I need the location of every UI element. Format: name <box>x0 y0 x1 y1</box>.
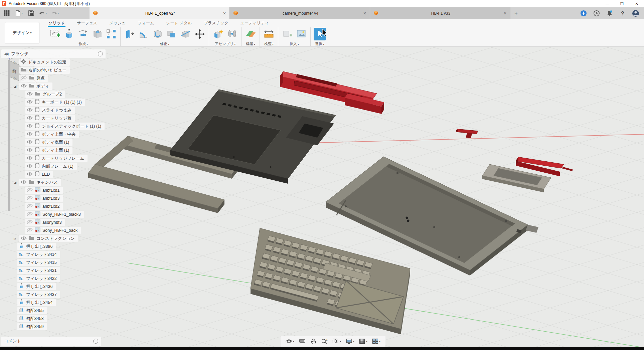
tree-row[interactable]: キーボード (1) (1) (1) <box>0 98 107 106</box>
job-status-icon[interactable] <box>593 10 600 17</box>
tree-row-label[interactable]: 原点 <box>36 75 45 81</box>
tree-row[interactable]: ボディ底面 (1) <box>0 138 107 146</box>
split-icon[interactable] <box>180 28 192 40</box>
save-icon[interactable] <box>27 10 35 17</box>
tree-row-label[interactable]: フィレット3414 <box>26 252 57 257</box>
part-keyboard[interactable] <box>251 228 410 334</box>
tree-row[interactable]: ジョイスティックポート (1) (1) <box>0 122 107 130</box>
tree-row-label[interactable]: フィレット3421 <box>26 268 57 274</box>
tree-row[interactable]: カートリッジフレーム <box>0 154 107 162</box>
close-icon[interactable]: ✕ <box>503 11 507 16</box>
tree-row-label[interactable]: ボディ上面 (1) <box>42 148 69 153</box>
help-icon[interactable]: ? <box>619 10 626 17</box>
fillet-icon[interactable] <box>138 28 150 40</box>
visibility-on-icon[interactable] <box>27 147 33 153</box>
tree-row[interactable]: ahbf1xd3 <box>0 194 107 202</box>
display-settings-icon[interactable]: ▾ <box>344 338 356 344</box>
new-tab-button[interactable]: + <box>510 7 522 19</box>
visibility-on-icon[interactable] <box>27 107 33 113</box>
visibility-off-icon[interactable] <box>21 75 27 81</box>
tree-row-label[interactable]: LED <box>42 172 50 177</box>
ribbon-tab[interactable]: メッシュ <box>109 19 126 27</box>
ribbon-group-label[interactable]: アセンブリ▾ <box>215 41 235 46</box>
extrude-icon[interactable] <box>63 28 75 40</box>
tree-row[interactable]: ▷名前の付いたビュー <box>0 66 107 74</box>
revolve-icon[interactable] <box>77 28 89 40</box>
tree-row-label[interactable]: 勾配3459 <box>26 324 44 330</box>
tree-row-label[interactable]: フィレット3422 <box>26 276 57 282</box>
select-cursor-icon[interactable] <box>314 28 326 40</box>
visibility-on-icon[interactable] <box>27 99 33 105</box>
grid-display-icon[interactable]: ▾ <box>357 338 369 344</box>
profile-avatar[interactable] <box>632 10 639 17</box>
ribbon-group-label[interactable]: 検査▾ <box>264 41 274 46</box>
tree-row-label[interactable]: 内部フレーム (1) <box>42 164 73 169</box>
ribbon-tab[interactable]: ユーティリティ <box>240 19 270 27</box>
tree-row[interactable]: スライドつまみ <box>0 106 107 114</box>
pattern-icon[interactable] <box>105 28 117 40</box>
tree-row-label[interactable]: カートリッジ蓋 <box>42 116 71 121</box>
tree-row[interactable]: 押し出し3386 <box>0 242 107 250</box>
undo-icon[interactable]: ▾ <box>39 10 47 17</box>
tree-row[interactable]: LED <box>0 170 107 178</box>
tree-row-label[interactable]: asonyhbf3 <box>42 220 62 225</box>
visibility-on-icon[interactable] <box>27 163 33 169</box>
redo-icon[interactable]: ▾ <box>51 10 59 17</box>
maximize-button[interactable]: ❐ <box>615 0 629 7</box>
insert-derive-icon[interactable] <box>281 28 293 40</box>
document-tab[interactable]: HB-F1_open v2* ✕ <box>90 7 230 19</box>
tree-row[interactable]: asonyhbf3 <box>0 218 107 226</box>
tree-row-label[interactable]: キャンバス <box>36 180 58 185</box>
tree-row[interactable]: グループ2 <box>0 90 107 98</box>
create-sketch-icon[interactable] <box>49 28 61 40</box>
shell-icon[interactable] <box>152 28 164 40</box>
tree-row[interactable]: ▷コンストラクション <box>0 234 107 242</box>
visibility-off-icon[interactable] <box>27 227 33 233</box>
tree-row[interactable]: ahbf1xd2 <box>0 202 107 210</box>
ribbon-group-label[interactable]: 作成▾ <box>78 41 88 46</box>
measure-icon[interactable] <box>263 28 275 40</box>
close-button[interactable]: ✕ <box>629 0 644 7</box>
press-pull-icon[interactable] <box>124 28 136 40</box>
construction-plane-icon[interactable] <box>245 28 257 40</box>
ribbon-group-label[interactable]: 修正▾ <box>160 41 169 46</box>
visibility-on-icon[interactable] <box>27 139 33 145</box>
tree-row[interactable]: ◢ボディ <box>0 82 107 90</box>
browser-scrollbar[interactable] <box>8 61 10 211</box>
tree-row[interactable]: 内部フレーム (1) <box>0 162 107 170</box>
workspace-selector[interactable]: デザイン ▾ <box>5 22 39 43</box>
tree-row[interactable]: ボディ上面 (1) <box>0 146 107 154</box>
tree-row-label[interactable]: ボディ上面・中央 <box>42 132 75 137</box>
tree-row-label[interactable]: ボディ底面 (1) <box>42 140 69 145</box>
insert-canvas-icon[interactable] <box>295 28 307 40</box>
tree-row-label[interactable]: ボディ <box>36 83 49 89</box>
collapse-arrow-icon[interactable]: ◢ <box>13 181 17 184</box>
part-top-case-dark[interactable] <box>170 90 336 184</box>
visibility-off-icon[interactable] <box>27 203 33 209</box>
tree-row-label[interactable]: 押し出し3386 <box>26 244 52 249</box>
tree-row[interactable]: フィレット3414 <box>0 250 107 258</box>
comment-bar[interactable]: コメント − <box>1 337 101 346</box>
expand-arrow-icon[interactable]: ▷ <box>13 76 17 80</box>
tree-row[interactable]: 勾配3459 <box>0 323 107 331</box>
tree-row-label[interactable]: Sony_HB-F1_back <box>42 228 77 233</box>
close-icon[interactable]: ✕ <box>223 11 226 16</box>
move-icon[interactable] <box>194 28 206 40</box>
collapse-arrow-icon[interactable]: ◢ <box>13 84 17 88</box>
tree-row-label[interactable]: フィレット3437 <box>26 292 57 298</box>
tree-row-label[interactable]: ドキュメントの設定 <box>28 59 66 65</box>
tree-row-label[interactable]: ジョイスティックポート (1) (1) <box>42 124 101 129</box>
tree-row[interactable]: Sony_HB-F1_back <box>0 226 107 234</box>
tree-row[interactable]: 押し出し3454 <box>0 299 107 307</box>
ribbon-tab[interactable]: シート メタル <box>165 19 192 27</box>
document-tab[interactable]: HB-F1 v33 ✕ <box>370 7 510 19</box>
visibility-on-icon[interactable] <box>27 155 33 161</box>
ribbon-tab[interactable]: サーフェス <box>76 19 98 27</box>
ribbon-tab[interactable]: プラスチック <box>203 19 229 27</box>
tree-row[interactable]: 勾配3455 <box>0 307 107 315</box>
ribbon-tab[interactable]: ソリッド <box>48 19 65 27</box>
tree-row-label[interactable]: ahbf1xd2 <box>42 204 59 209</box>
tree-row-label[interactable]: ahbf1xd3 <box>42 196 59 201</box>
close-icon[interactable]: ✕ <box>363 11 366 16</box>
tree-row-label[interactable]: カートリッジフレーム <box>42 156 84 161</box>
